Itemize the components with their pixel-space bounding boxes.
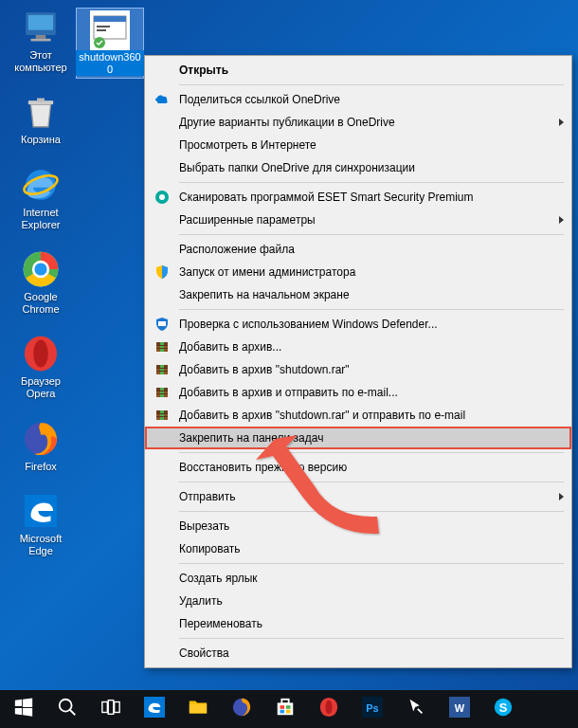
svg-text:S: S — [499, 701, 508, 715]
menu-item[interactable]: Другие варианты публикации в OneDrive — [145, 111, 571, 134]
taskview-icon — [100, 697, 121, 721]
menu-item[interactable]: Отправить — [145, 485, 571, 508]
icon-label: Корзина — [21, 134, 61, 146]
svg-point-12 — [33, 340, 48, 368]
menu-item-label: Расширенные параметры — [179, 213, 545, 227]
svg-point-10 — [33, 262, 48, 277]
desktop-icon-shutdown3600[interactable]: shutdown360 0 — [76, 8, 144, 79]
blank-icon — [153, 242, 172, 257]
menu-item-label: Выбрать папки OneDrive для синхронизации — [179, 161, 545, 174]
skype-icon: S — [493, 697, 514, 721]
menu-item[interactable]: Запуск от имени администратора — [145, 261, 571, 283]
batch-file-icon — [90, 10, 130, 50]
menu-item[interactable]: Добавить в архив "shutdown.rar" — [145, 358, 571, 381]
taskbar-file-explorer[interactable] — [176, 690, 220, 728]
submenu-arrow-icon — [559, 493, 564, 500]
menu-item-label: Создать ярлык — [179, 572, 545, 585]
svg-rect-5 — [37, 99, 45, 102]
svg-rect-37 — [156, 393, 168, 394]
svg-rect-40 — [160, 410, 164, 420]
menu-separator — [179, 511, 564, 512]
opera-icon — [21, 334, 61, 373]
menu-item-label: Добавить в архив и отправить по e-mail..… — [179, 386, 545, 399]
menu-item-label: Просмотреть в Интернете — [179, 138, 545, 152]
icon-label: Microsoft Edge — [8, 533, 74, 556]
edge-icon — [21, 491, 61, 531]
desktop-icon-firefox[interactable]: Firefox — [8, 419, 74, 473]
icon-label: Браузер Opera — [8, 375, 74, 399]
menu-item[interactable]: Поделиться ссылкой OneDrive — [145, 88, 571, 111]
menu-item[interactable]: Сканировать программой ESET Smart Securi… — [145, 186, 571, 209]
desktop-icon-opera[interactable]: Браузер Opera — [8, 334, 74, 399]
taskbar-start[interactable] — [2, 690, 45, 728]
svg-rect-22 — [158, 321, 166, 326]
menu-item[interactable]: Просмотреть в Интернете — [145, 134, 571, 156]
submenu-arrow-icon — [559, 118, 564, 126]
svg-rect-32 — [156, 371, 168, 372]
taskbar-skype[interactable]: S — [481, 690, 525, 728]
svg-point-58 — [325, 701, 332, 715]
svg-text:Ps: Ps — [366, 702, 378, 714]
firefox-icon — [231, 697, 252, 721]
taskbar-search[interactable] — [45, 690, 89, 728]
pc-icon — [21, 8, 61, 47]
blank-icon — [153, 593, 172, 609]
blank-icon — [153, 541, 172, 556]
menu-item[interactable]: Расширенные параметры — [145, 209, 571, 231]
menu-item[interactable]: Закрепить на панели задач — [145, 427, 571, 449]
menu-item-label: Копировать — [179, 542, 545, 555]
menu-item-label: Переименовать — [179, 617, 545, 630]
taskbar-task-view[interactable] — [89, 690, 133, 728]
blank-icon — [153, 115, 172, 130]
taskbar-firefox[interactable] — [220, 690, 263, 728]
svg-rect-26 — [156, 345, 168, 346]
taskbar-photoshop[interactable]: Ps — [351, 690, 394, 728]
svg-rect-55 — [280, 710, 285, 714]
svg-rect-31 — [156, 368, 168, 369]
icon-label: shutdown360 0 — [76, 50, 143, 76]
menu-separator — [179, 182, 564, 183]
cursor-icon — [406, 697, 426, 721]
menu-item[interactable]: Расположение файла — [145, 238, 571, 261]
blank-icon — [153, 287, 172, 302]
desktop-icon-recycle-bin[interactable]: Корзина — [8, 92, 74, 146]
menu-item[interactable]: Восстановить прежнюю версию — [145, 456, 571, 479]
menu-item-label: Другие варианты публикации в OneDrive — [179, 116, 545, 129]
menu-item[interactable]: Переименовать — [145, 612, 571, 635]
taskbar-edge[interactable] — [133, 690, 176, 728]
menu-item-label: Закрепить на начальном экране — [179, 288, 545, 301]
menu-item[interactable]: Свойства — [145, 642, 571, 664]
winrar-icon — [153, 339, 172, 355]
menu-item[interactable]: Удалить — [145, 590, 571, 612]
blank-icon — [153, 646, 172, 661]
menu-item[interactable]: Открыть — [145, 59, 571, 82]
menu-item[interactable]: Закрепить на начальном экране — [145, 283, 571, 306]
taskbar-store[interactable] — [263, 690, 307, 728]
icon-label: Этот компьютер — [8, 49, 74, 73]
winrar-icon — [153, 362, 172, 377]
desktop-icon-edge[interactable]: Microsoft Edge — [8, 491, 74, 556]
menu-item-label: Добавить в архив... — [179, 340, 545, 354]
menu-item[interactable]: Проверка с использованием Windows Defend… — [145, 313, 571, 336]
menu-separator — [179, 452, 564, 453]
menu-item[interactable]: Вырезать — [145, 515, 571, 537]
taskbar-cursor-app[interactable] — [394, 690, 438, 728]
menu-item[interactable]: Копировать — [145, 537, 571, 560]
desktop-icon-chrome[interactable]: Google Chrome — [8, 249, 74, 315]
svg-rect-25 — [160, 342, 164, 352]
desktop-icon-this-pc[interactable]: Этот компьютер — [8, 8, 74, 73]
menu-item[interactable]: Добавить в архив... — [145, 336, 571, 358]
taskbar-opera[interactable] — [307, 690, 351, 728]
menu-item[interactable]: Добавить в архив и отправить по e-mail..… — [145, 381, 571, 404]
store-icon — [275, 697, 296, 721]
menu-item-label: Поделиться ссылкой OneDrive — [179, 93, 545, 106]
winrar-icon — [153, 408, 172, 423]
menu-item-label: Удалить — [179, 594, 545, 608]
svg-rect-3 — [31, 39, 51, 42]
menu-separator — [179, 84, 564, 85]
menu-item[interactable]: Выбрать папки OneDrive для синхронизации — [145, 156, 571, 179]
menu-item[interactable]: Добавить в архив "shutdown.rar" и отправ… — [145, 404, 571, 427]
desktop-icon-ie[interactable]: Internet Explorer — [8, 165, 74, 230]
taskbar-word[interactable]: W — [438, 690, 481, 728]
menu-item[interactable]: Создать ярлык — [145, 567, 571, 590]
